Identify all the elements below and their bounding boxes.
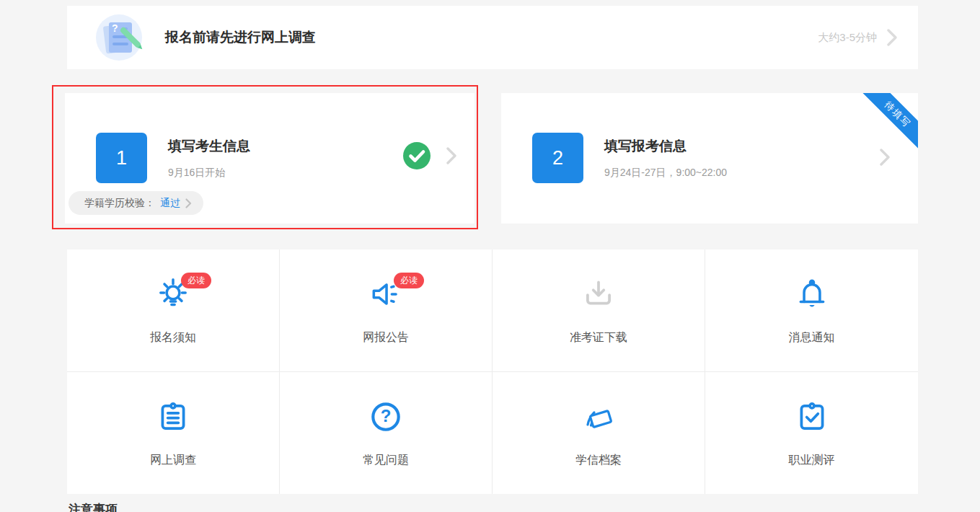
chevron-right-icon: [887, 29, 898, 46]
survey-banner-title: 报名前请先进行网上调查: [165, 28, 316, 47]
download-icon: [581, 276, 617, 312]
grid-item-faq[interactable]: ? 常见问题: [280, 372, 493, 495]
grid-item-label: 网报公告: [363, 330, 409, 345]
grid-item-signup-notice[interactable]: 必读 报名须知: [67, 250, 280, 372]
grid-item-chsi-archive[interactable]: 学信档案: [493, 372, 705, 495]
grid-item-label: 常见问题: [363, 453, 409, 468]
clipboard-lines-icon: [155, 399, 191, 435]
grid-item-label: 网上调查: [150, 453, 196, 468]
bell-icon: [794, 276, 830, 312]
step-subtitle: 9月24日-27日，9:00~22:00: [604, 167, 727, 180]
verification-status-pill[interactable]: 学籍学历校验： 通过: [69, 191, 203, 215]
grid-item-notifications[interactable]: 消息通知: [705, 250, 918, 372]
check-circle-icon: [403, 142, 431, 169]
survey-banner[interactable]: ? 报名前请先进行网上调查 大约3-5分钟: [67, 6, 918, 69]
verification-result-link[interactable]: 通过: [160, 197, 180, 210]
grid-item-label: 消息通知: [789, 330, 835, 345]
step-subtitle: 9月16日开始: [168, 167, 250, 180]
step-number-badge: 2: [532, 133, 583, 183]
notes-heading: 注意事项: [69, 501, 118, 512]
chevron-right-icon: [446, 147, 457, 164]
must-read-badge: 必读: [181, 273, 211, 288]
grid-item-label: 报名须知: [150, 330, 196, 345]
survey-doc-icon: ?: [96, 14, 142, 61]
question-glyph: ?: [367, 398, 405, 436]
must-read-badge: 必读: [394, 273, 424, 288]
grid-item-label: 准考证下载: [570, 330, 627, 345]
step-number-badge: 1: [96, 133, 147, 183]
feature-grid: 必读 报名须知 必读 网报公告 准考证下载: [67, 250, 918, 494]
chevron-right-icon: [185, 198, 192, 208]
grid-item-admission-ticket-download[interactable]: 准考证下载: [493, 250, 705, 372]
step-card-fill-application-info[interactable]: 2 填写报考信息 9月24日-27日，9:00~22:00 待填写: [501, 93, 918, 224]
survey-duration: 大约3-5分钟: [818, 31, 877, 45]
verification-label: 学籍学历校验：: [84, 197, 155, 210]
status-ribbon-pending: 待填写: [860, 93, 918, 153]
step-title: 填写报考信息: [604, 137, 727, 156]
clipboard-check-icon: [794, 399, 830, 435]
grid-item-announcements[interactable]: 必读 网报公告: [280, 250, 493, 372]
grid-item-label: 学信档案: [575, 453, 622, 468]
grid-item-online-survey[interactable]: 网上调查: [67, 372, 280, 495]
step-card-fill-candidate-info[interactable]: 1 填写考生信息 9月16日开始 学籍学历校验： 通过: [65, 93, 474, 224]
chevron-right-icon: [880, 149, 891, 166]
question-glyph: ?: [112, 22, 118, 34]
documents-fan-icon: [580, 399, 617, 435]
grid-item-career-assessment[interactable]: 职业测评: [705, 372, 918, 495]
grid-item-label: 职业测评: [789, 453, 835, 468]
step-title: 填写考生信息: [168, 137, 250, 156]
